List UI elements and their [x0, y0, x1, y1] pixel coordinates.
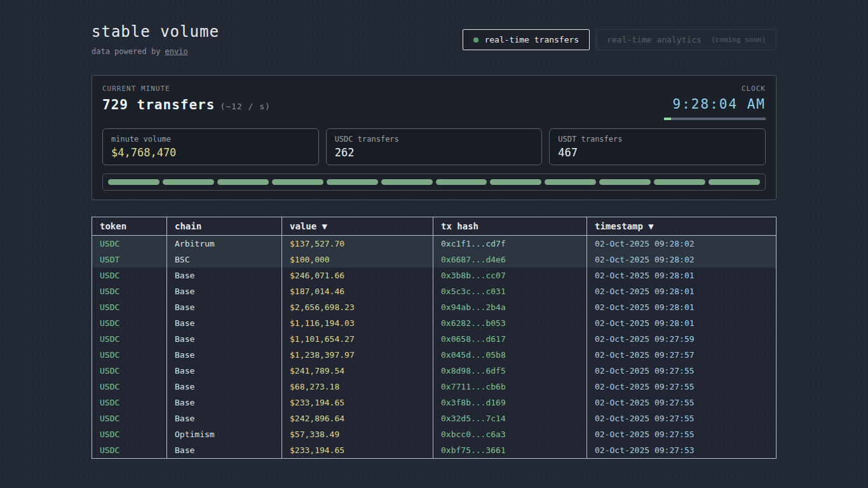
page-title: stable volume: [92, 23, 219, 41]
cell-token: USDC: [92, 363, 167, 379]
minute-segment: [599, 179, 651, 185]
cell-chain: Base: [167, 379, 282, 395]
tx-hash-link[interactable]: 0x0658...d617: [433, 331, 587, 347]
minute-segment: [381, 179, 433, 185]
cell-timestamp: 02-Oct-2025 09:27:57: [587, 347, 776, 363]
transfer-row: USDCBase$1,116,194.030x6282...b05302-Oct…: [92, 315, 776, 331]
cell-token: USDC: [92, 331, 167, 347]
cell-timestamp: 02-Oct-2025 09:27:55: [587, 395, 776, 410]
cell-token: USDT: [92, 252, 167, 268]
minute-segment: [163, 179, 214, 185]
minute-segment: [654, 179, 705, 185]
cell-token: USDC: [92, 283, 167, 299]
minute-volume-card: minute volume $4,768,470: [102, 128, 319, 165]
envio-link[interactable]: envio: [165, 47, 188, 56]
transfer-row: USDCBase$187,014.460x5c3c...c03102-Oct-2…: [92, 283, 776, 299]
tx-hash-link[interactable]: 0x94ab...2b4a: [433, 299, 587, 315]
transfers-block: CURRENT MINUTE 729 transfers (~12 / s): [102, 85, 271, 112]
live-dot-icon: [473, 37, 478, 43]
transfers-table-wrap: token chain value ▼ tx hash timestamp ▼ …: [92, 217, 776, 459]
transfer-row: USDTBSC$100,0000x6687...d4e602-Oct-2025 …: [92, 252, 776, 268]
tx-hash-link[interactable]: 0xc1f1...cd7f: [433, 236, 587, 252]
clock-time: 9:28:04 AM: [664, 97, 766, 112]
cell-value: $100,000: [282, 252, 433, 268]
current-minute-label: CURRENT MINUTE: [102, 85, 271, 93]
cell-token: USDC: [92, 379, 167, 395]
cell-timestamp: 02-Oct-2025 09:28:01: [587, 315, 776, 331]
cell-timestamp: 02-Oct-2025 09:28:01: [587, 283, 776, 299]
cell-chain: Base: [167, 395, 282, 410]
cell-timestamp: 02-Oct-2025 09:28:02: [587, 252, 776, 268]
minute-segments: [102, 173, 766, 191]
cell-token: USDC: [92, 426, 167, 442]
transfer-row: USDCOptimism$57,338.490xbcc0...c6a302-Oc…: [92, 426, 776, 442]
cell-value: $187,014.46: [282, 283, 433, 299]
tx-hash-link[interactable]: 0xbcc0...c6a3: [433, 426, 587, 442]
cell-token: USDC: [92, 395, 167, 410]
cell-token: USDC: [92, 315, 167, 331]
col-header-value-sort[interactable]: value ▼: [282, 217, 433, 236]
minute-segment: [108, 179, 159, 185]
tx-hash-link[interactable]: 0x6282...b053: [433, 315, 587, 331]
cell-timestamp: 02-Oct-2025 09:27:55: [587, 379, 776, 395]
tx-hash-link[interactable]: 0x8d98...6df5: [433, 363, 587, 379]
cell-chain: Base: [167, 331, 282, 347]
cell-value: $233,194.65: [282, 442, 433, 459]
cell-chain: BSC: [167, 252, 282, 268]
transfers-table: token chain value ▼ tx hash timestamp ▼ …: [92, 217, 776, 459]
tx-hash-link[interactable]: 0x7711...cb6b: [433, 379, 587, 395]
stat-value: $4,768,470: [111, 146, 310, 159]
minute-segment: [436, 179, 487, 185]
cell-value: $1,238,397.97: [282, 347, 433, 363]
col-header-chain: chain: [167, 217, 282, 236]
col-header-timestamp-sort[interactable]: timestamp ▼: [587, 217, 776, 236]
stat-value: 262: [335, 146, 534, 159]
cell-timestamp: 02-Oct-2025 09:27:53: [587, 442, 776, 459]
cell-value: $1,101,654.27: [282, 331, 433, 347]
cell-chain: Base: [167, 299, 282, 315]
tx-hash-link[interactable]: 0x3b8b...cc07: [433, 268, 587, 283]
brand: stable volume data powered by envio: [92, 23, 219, 56]
page-container: stable volume data powered by envio real…: [92, 0, 776, 459]
cell-value: $246,071.66: [282, 268, 433, 283]
transfer-row: USDCBase$233,194.650x3f8b...d16902-Oct-2…: [92, 395, 776, 410]
tx-hash-link[interactable]: 0x045d...05b8: [433, 347, 587, 363]
cell-token: USDC: [92, 236, 167, 252]
cell-value: $1,116,194.03: [282, 315, 433, 331]
tab-real-time-transfers[interactable]: real-time transfers: [463, 29, 590, 50]
transfers-table-body: USDCArbitrum$137,527.700xc1f1...cd7f02-O…: [92, 236, 776, 459]
minute-progress-bar: [664, 118, 766, 120]
stats-top-row: CURRENT MINUTE 729 transfers (~12 / s) C…: [102, 85, 766, 120]
transfer-row: USDCBase$242,896.640x32d5...7c1402-Oct-2…: [92, 410, 776, 426]
cell-timestamp: 02-Oct-2025 09:28:01: [587, 299, 776, 315]
transfers-rate: (~12 / s): [220, 102, 270, 111]
current-minute-panel: CURRENT MINUTE 729 transfers (~12 / s) C…: [92, 75, 776, 200]
tx-hash-link[interactable]: 0x5c3c...c031: [433, 283, 587, 299]
tx-hash-link[interactable]: 0x32d5...7c14: [433, 410, 587, 426]
view-tabs: real-time transfers real-time analytics …: [463, 29, 776, 50]
cell-value: $242,896.64: [282, 410, 433, 426]
minute-segment: [272, 179, 323, 185]
tab-real-time-analytics[interactable]: real-time analytics (coming soon): [596, 29, 776, 50]
cell-chain: Base: [167, 410, 282, 426]
cell-timestamp: 02-Oct-2025 09:28:01: [587, 268, 776, 283]
cell-timestamp: 02-Oct-2025 09:27:55: [587, 410, 776, 426]
subtitle-text: data powered by: [92, 47, 165, 56]
tx-hash-link[interactable]: 0x3f8b...d169: [433, 395, 587, 410]
minute-segment: [327, 179, 378, 185]
usdc-transfers-card: USDC transfers 262: [326, 128, 543, 165]
cell-value: $241,789.54: [282, 363, 433, 379]
minute-segment: [709, 179, 760, 185]
cell-token: USDC: [92, 299, 167, 315]
stat-label: minute volume: [111, 135, 310, 144]
cell-chain: Base: [167, 315, 282, 331]
cell-token: USDC: [92, 347, 167, 363]
cell-chain: Base: [167, 268, 282, 283]
cell-token: USDC: [92, 442, 167, 459]
minute-segment: [490, 179, 541, 185]
cell-value: $137,527.70: [282, 236, 433, 252]
cell-token: USDC: [92, 410, 167, 426]
tx-hash-link[interactable]: 0xbf75...3661: [433, 442, 587, 459]
tx-hash-link[interactable]: 0x6687...d4e6: [433, 252, 587, 268]
cell-chain: Base: [167, 347, 282, 363]
